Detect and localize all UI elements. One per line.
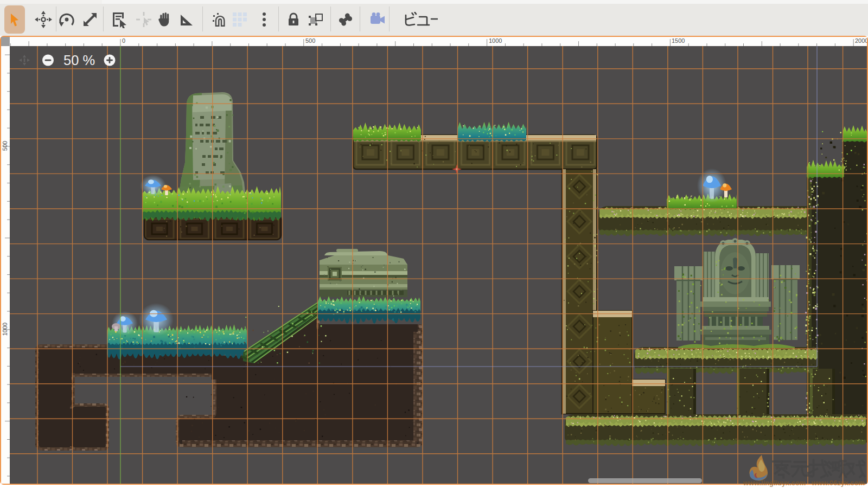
svg-text:www.lingliuyx.com www.06zyx.: www.lingliuyx.com www.06zyx.com bbox=[743, 479, 865, 487]
